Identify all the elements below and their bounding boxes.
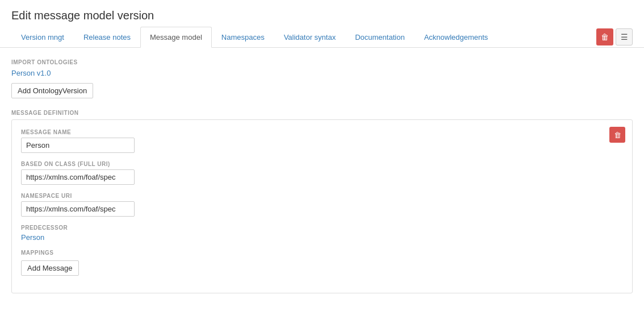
page-title: Edit message model version [0,0,644,27]
predecessor-group: PREDECESSOR Person [21,225,623,242]
import-ontologies-label: IMPORT ONTOLOGIES [11,59,633,65]
add-message-button[interactable]: Add Message [21,260,79,276]
menu-icon: ☰ [621,32,628,42]
predecessor-link[interactable]: Person [21,233,44,242]
tab-version-mngt[interactable]: Version mngt [11,27,74,48]
message-definition-box: 🗑 MESSAGE NAME BASED ON CLASS (FULL URI)… [11,119,633,293]
message-definition-section: MESSAGE DEFINITION 🗑 MESSAGE NAME BASED … [11,110,633,293]
message-name-label: MESSAGE NAME [21,129,623,135]
mappings-group: MAPPINGS Add Message [21,250,623,276]
main-content: IMPORT ONTOLOGIES Person v1.0 Add Ontolo… [0,48,644,305]
message-name-group: MESSAGE NAME [21,129,623,153]
tab-acknowledgements[interactable]: Acknowledgements [415,27,498,48]
tabs-bar: Version mngt Release notes Message model… [0,27,644,48]
trash-icon-corner: 🗑 [614,131,621,139]
message-name-input[interactable] [21,138,135,153]
ontology-link[interactable]: Person v1.0 [11,69,633,77]
message-definition-label: MESSAGE DEFINITION [11,110,633,116]
trash-icon: 🗑 [601,32,609,42]
menu-button[interactable]: ☰ [616,28,633,45]
add-ontology-version-button[interactable]: Add OntologyVersion [11,83,93,98]
tab-message-model[interactable]: Message model [140,27,212,48]
tabs-actions: 🗑 ☰ [596,28,633,45]
namespace-uri-label: NAMESPACE URI [21,193,623,199]
delete-message-button[interactable]: 🗑 [609,127,625,143]
predecessor-label: PREDECESSOR [21,225,623,231]
tab-validator-syntax[interactable]: Validator syntax [274,27,346,48]
delete-version-button[interactable]: 🗑 [596,28,613,45]
based-on-class-label: BASED ON CLASS (FULL URI) [21,161,623,167]
based-on-class-input[interactable] [21,169,135,185]
tab-namespaces[interactable]: Namespaces [212,27,274,48]
import-ontologies-section: IMPORT ONTOLOGIES Person v1.0 Add Ontolo… [11,59,633,98]
tab-release-notes[interactable]: Release notes [74,27,140,48]
namespace-uri-input[interactable] [21,201,135,217]
namespace-uri-group: NAMESPACE URI [21,193,623,217]
tab-documentation[interactable]: Documentation [345,27,414,48]
based-on-class-group: BASED ON CLASS (FULL URI) [21,161,623,185]
mappings-label: MAPPINGS [21,250,623,256]
